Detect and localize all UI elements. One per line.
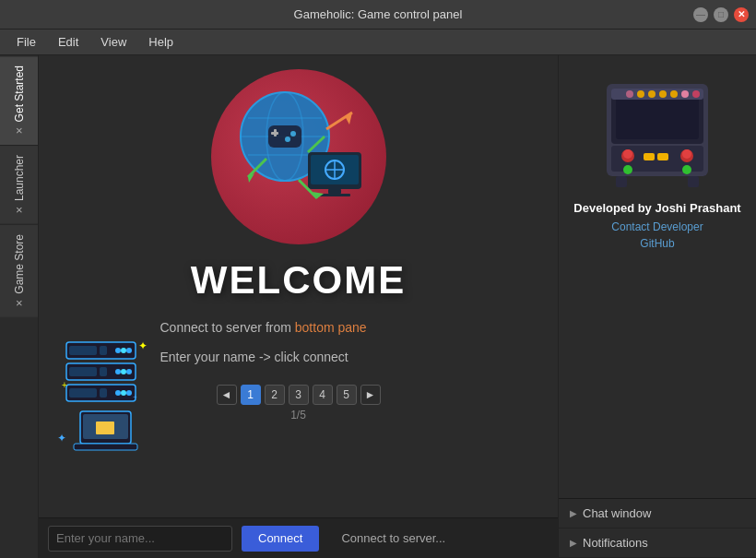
svg-point-24 (115, 348, 121, 353)
svg-rect-23 (100, 346, 107, 355)
notifications-arrow-icon: ▶ (570, 538, 577, 548)
svg-point-56 (681, 90, 689, 98)
developer-name: Developed by Joshi Prashant (573, 201, 740, 215)
minimize-button[interactable]: — (693, 7, 708, 22)
title-bar: Gameholic: Game control panel — □ ✕ (0, 0, 756, 30)
svg-point-37 (121, 390, 126, 396)
developer-name-bold: Joshi Prashant (655, 201, 740, 215)
chat-window-collapsible[interactable]: ▶ Chat window (559, 499, 756, 528)
page-1-button[interactable]: 1 (241, 385, 261, 405)
svg-point-52 (637, 90, 644, 98)
svg-rect-63 (644, 153, 655, 160)
svg-text:✦: ✦ (57, 432, 66, 445)
contact-developer-link[interactable]: Contact Developer (573, 220, 740, 233)
menu-edit[interactable]: Edit (49, 33, 88, 51)
hero-illustration (207, 65, 391, 249)
tab-label-game-store: Game Store (13, 234, 26, 294)
svg-point-53 (648, 90, 656, 98)
name-input[interactable] (48, 526, 232, 552)
menu-view[interactable]: View (91, 33, 136, 51)
svg-rect-29 (100, 367, 107, 376)
svg-point-51 (626, 90, 633, 98)
prev-page-button[interactable]: ◄ (217, 385, 237, 405)
svg-rect-34 (69, 388, 97, 398)
svg-rect-35 (100, 388, 107, 398)
svg-point-57 (692, 90, 700, 98)
page-5-button[interactable]: 5 (337, 385, 357, 405)
page-info: 1/5 (290, 409, 306, 421)
svg-point-30 (115, 369, 121, 374)
chat-window-label: Chat window (583, 506, 651, 520)
welcome-panel: WELCOME Connect to server from bottom pa… (39, 55, 558, 517)
notifications-label: Notifications (583, 536, 648, 550)
right-bottom-collapsibles: ▶ Chat window ▶ Notifications (559, 498, 756, 558)
welcome-line1: Connect to server from bottom pane (160, 317, 367, 338)
svg-point-36 (115, 390, 121, 396)
hero-svg (216, 74, 382, 240)
page-2-button[interactable]: 2 (265, 385, 285, 405)
main-area: ✕ Get Started ✕ Launcher ✕ Game Store (0, 55, 756, 558)
svg-text:✦: ✦ (138, 339, 148, 352)
highlight-bottom-pane: bottom pane (295, 320, 367, 335)
svg-point-62 (682, 149, 691, 159)
svg-rect-44 (96, 421, 114, 434)
sidebar-tab-game-store[interactable]: ✕ Game Store (0, 224, 38, 317)
menu-bar: File Edit View Help (0, 30, 756, 55)
sidebar-tabs: ✕ Get Started ✕ Launcher ✕ Game Store (0, 55, 39, 558)
svg-rect-17 (319, 194, 350, 196)
page-4-button[interactable]: 4 (313, 385, 333, 405)
close-button[interactable]: ✕ (734, 7, 749, 22)
github-link[interactable]: GitHub (573, 237, 740, 250)
window-controls: — □ ✕ (693, 7, 749, 22)
svg-point-54 (659, 90, 667, 98)
svg-point-8 (285, 137, 290, 142)
chat-window-arrow-icon: ▶ (570, 508, 577, 518)
server-illustration: ✦ + + ✦ (57, 333, 177, 453)
connect-button[interactable]: Connect (242, 526, 319, 552)
svg-rect-6 (268, 125, 301, 148)
arcade-machine-illustration (593, 70, 722, 190)
bottom-bar: Connect Connect to server... (39, 517, 558, 558)
svg-rect-10 (274, 129, 277, 137)
developer-info: Developed by Joshi Prashant Contact Deve… (573, 201, 740, 254)
tab-close-game-store[interactable]: ✕ (14, 298, 24, 308)
connect-server-button[interactable]: Connect to server... (328, 526, 458, 552)
svg-point-66 (682, 165, 691, 174)
svg-rect-22 (69, 346, 97, 355)
welcome-title: WELCOME (191, 258, 406, 303)
svg-rect-64 (657, 153, 668, 160)
tab-label-launcher: Launcher (13, 155, 26, 201)
tab-close-launcher[interactable]: ✕ (14, 205, 24, 215)
menu-help[interactable]: Help (139, 33, 183, 51)
window-title: Gameholic: Game control panel (294, 7, 463, 21)
svg-rect-45 (74, 444, 137, 450)
svg-point-65 (623, 165, 632, 174)
svg-rect-67 (616, 176, 627, 187)
tab-label-get-started: Get Started (13, 65, 26, 122)
svg-rect-49 (616, 93, 699, 139)
pagination: ◄ 1 2 3 4 5 ► (217, 385, 381, 405)
svg-point-7 (290, 131, 296, 137)
svg-rect-68 (688, 176, 699, 187)
svg-text:+: + (133, 393, 137, 401)
center-content: WELCOME Connect to server from bottom pa… (39, 55, 558, 558)
svg-point-55 (670, 90, 678, 98)
svg-text:+: + (62, 380, 67, 390)
right-panel: Developed by Joshi Prashant Contact Deve… (558, 55, 756, 558)
sidebar-tab-get-started[interactable]: ✕ Get Started (0, 55, 38, 145)
maximize-button[interactable]: □ (714, 7, 728, 22)
welcome-line2: Enter your name -> click connect (160, 347, 348, 367)
hero-circle (211, 69, 386, 244)
menu-file[interactable]: File (7, 33, 45, 51)
page-3-button[interactable]: 3 (289, 385, 309, 405)
svg-point-25 (121, 348, 126, 353)
notifications-collapsible[interactable]: ▶ Notifications (559, 528, 756, 558)
svg-rect-28 (69, 367, 97, 376)
svg-point-31 (121, 369, 126, 374)
svg-point-60 (623, 149, 632, 159)
svg-point-38 (126, 390, 132, 396)
sidebar-tab-launcher[interactable]: ✕ Launcher (0, 145, 38, 224)
tab-close-get-started[interactable]: ✕ (14, 125, 24, 136)
svg-point-32 (126, 369, 132, 374)
next-page-button[interactable]: ► (360, 385, 381, 405)
